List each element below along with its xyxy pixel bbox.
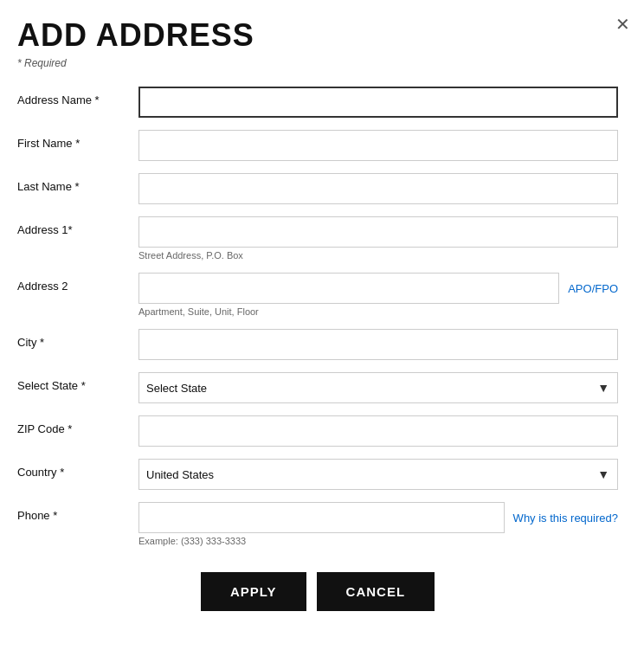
address-name-field-content — [138, 87, 618, 118]
first-name-row: First Name * — [17, 130, 618, 161]
required-note: * Required — [17, 57, 618, 69]
address1-label: Address 1* — [17, 216, 138, 236]
address2-input[interactable] — [138, 273, 559, 304]
state-field-content: Select State Alabama Alaska Arizona Cali… — [138, 372, 618, 403]
first-name-input[interactable] — [138, 130, 618, 161]
country-select[interactable]: United States Canada Mexico — [138, 459, 618, 490]
phone-field-content: Why is this required? Example: (333) 333… — [138, 502, 618, 546]
address2-label: Address 2 — [17, 273, 138, 293]
apply-button[interactable]: APPLY — [201, 572, 306, 611]
address1-field-content: Street Address, P.O. Box — [138, 216, 618, 261]
last-name-input[interactable] — [138, 173, 618, 204]
state-select-wrapper: Select State Alabama Alaska Arizona Cali… — [138, 372, 618, 403]
country-select-wrapper: United States Canada Mexico ▼ — [138, 459, 618, 490]
phone-row: Phone * Why is this required? Example: (… — [17, 502, 618, 546]
country-label: Country * — [17, 459, 138, 479]
last-name-label: Last Name * — [17, 173, 138, 193]
page-title: ADD ADDRESS — [17, 17, 618, 54]
state-label: Select State * — [17, 372, 138, 392]
phone-label: Phone * — [17, 502, 138, 522]
form-buttons: APPLY CANCEL — [17, 572, 618, 611]
address2-row: Address 2 APO/FPO Apartment, Suite, Unit… — [17, 273, 618, 317]
cancel-button[interactable]: CANCEL — [317, 572, 435, 611]
phone-input[interactable] — [138, 502, 505, 533]
first-name-label: First Name * — [17, 130, 138, 150]
address2-field-content: APO/FPO Apartment, Suite, Unit, Floor — [138, 273, 618, 317]
country-field-content: United States Canada Mexico ▼ — [138, 459, 618, 490]
city-row: City * — [17, 329, 618, 360]
address-name-label: Address Name * — [17, 87, 138, 106]
add-address-form: Address Name * First Name * Last Name * … — [17, 87, 618, 611]
state-row: Select State * Select State Alabama Alas… — [17, 372, 618, 403]
zip-input[interactable] — [138, 415, 618, 447]
zip-field-content — [138, 415, 618, 447]
address2-input-row: APO/FPO — [138, 273, 618, 304]
address1-input[interactable] — [138, 216, 618, 248]
last-name-field-content — [138, 173, 618, 204]
close-icon[interactable]: ✕ — [615, 14, 630, 35]
phone-input-row: Why is this required? — [138, 502, 618, 533]
state-select[interactable]: Select State Alabama Alaska Arizona Cali… — [138, 372, 618, 403]
city-field-content — [138, 329, 618, 360]
last-name-row: Last Name * — [17, 173, 618, 204]
phone-hint: Example: (333) 333-3333 — [138, 536, 618, 546]
apo-fpo-link[interactable]: APO/FPO — [568, 282, 618, 295]
zip-label: ZIP Code * — [17, 415, 138, 435]
city-label: City * — [17, 329, 138, 349]
zip-row: ZIP Code * — [17, 415, 618, 447]
address2-hint: Apartment, Suite, Unit, Floor — [138, 306, 618, 317]
address1-row: Address 1* Street Address, P.O. Box — [17, 216, 618, 261]
address-name-input[interactable] — [138, 87, 618, 118]
why-required-link[interactable]: Why is this required? — [513, 512, 618, 525]
country-row: Country * United States Canada Mexico ▼ — [17, 459, 618, 490]
address-name-row: Address Name * — [17, 87, 618, 118]
first-name-field-content — [138, 130, 618, 161]
city-input[interactable] — [138, 329, 618, 360]
address1-hint: Street Address, P.O. Box — [138, 250, 618, 261]
